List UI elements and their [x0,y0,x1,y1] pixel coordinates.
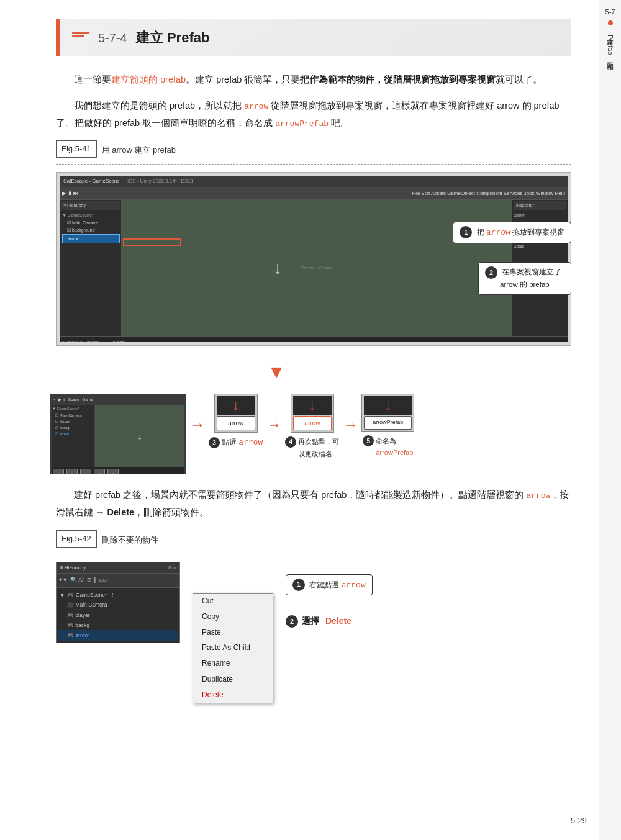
callout-num-2: 2 [485,266,497,279]
callout-num-42-2: 2 [286,615,298,628]
step5-label: arrowPrefab [373,419,403,425]
sidebar-dot [608,20,613,25]
code-arrow1: arrow [244,102,268,111]
figure-caption-text-41: 用 arrow 建立 prefab [102,143,176,157]
callout-fig42-2: 2 選擇 Delete [286,614,373,629]
context-menu-paste[interactable]: Paste [193,625,273,640]
callout-fig41-2: 2 在專案視窗建立了 arrow 的 prefab [478,262,571,294]
section-num: 5-7-4 [98,31,127,45]
code-arrowprefab: arrowPrefab [275,119,329,129]
context-menu-duplicate[interactable]: Duplicate [193,672,273,687]
context-menu-rename[interactable]: Rename [193,656,273,671]
fig41-screenshot-top: CatEscape - GameScene · iOS - Unity 2022… [56,172,571,346]
section-icon [72,32,89,44]
body-para2: 我們想建立的是箭頭的 prefab，所以就把 arrow 從階層視窗拖放到專案視… [56,97,571,132]
step5-caption-l2: arrowPrefab [363,447,413,459]
callout-fig42-1: 1 右鍵點選 arrow [286,574,373,595]
callout-num-1: 1 [460,226,472,238]
step3-caption: 點選 arrow [222,436,263,449]
section-title: 5-7-4 建立 Prefab [98,26,209,49]
fig42-hierarchy: ≡ Hierarchy ⊞ ≡ +▼ 🔍 All ⊞ ∥ ⊡⊡ ▼🎮 GameS… [56,562,180,643]
body-para3: 建好 prefab 之後，場景內就不需要箭頭物件了（因為只要有 prefab，隨… [56,487,571,521]
unity-menubar: CatEscape - GameScene · iOS - Unity 2022… [60,176,568,187]
callout-delete-text: Delete [325,614,351,629]
step4-label: arrow [304,420,320,427]
step4-caption-l2: 以更改檔名 [285,448,332,460]
callout-num-42-1: 1 [292,579,305,591]
highlight-delete: Delete [107,507,135,517]
context-menu: Cut Copy Paste Paste As Child Rename Dup… [193,593,273,703]
code-arrow2: arrow [526,491,550,500]
page-number-bottom: 5-29 [571,814,587,828]
unity-toolbar: ▶ ⏸ ⏭ File Edit Assets GameObject Compon… [60,187,568,200]
sidebar-page-num: 5-7 [605,6,615,18]
highlight-bold1: 把作為範本的物件，從階層視窗拖放到專案視窗 [300,75,496,84]
highlight-link: 建立箭頭的 prefab [111,75,186,84]
body-para1: 這一節要建立箭頭的 prefab。建立 prefab 很簡單，只要把作為範本的物… [56,71,571,89]
step3-label: arrow [228,420,243,427]
sidebar-vertical-text: 建立 Prefab 和工廠 [605,33,615,57]
figure-label-42: Fig.5-42 [56,530,97,548]
section-header: 5-7-4 建立 Prefab [56,19,571,56]
context-menu-paste-child[interactable]: Paste As Child [193,640,273,656]
context-menu-cut[interactable]: Cut [193,594,273,609]
step4-caption-l1: 再次點擊，可 [298,436,339,448]
section-name: 建立 Prefab [136,30,210,45]
right-sidebar: 5-7 建立 Prefab 和工廠 [599,0,621,840]
figure-caption-42: Fig.5-42 刪除不要的物件 [56,530,571,550]
step5-caption-l1: 命名為 [376,435,396,447]
code-arrow3: arrow [342,580,366,589]
callout-fig41-1: 1 把 arrow 拖放到專案視窗 [453,222,571,243]
figure-caption-text-42: 刪除不要的物件 [102,533,158,547]
figure-caption-41: Fig.5-41 用 arrow 建立 prefab [56,140,571,160]
figure-label-41: Fig.5-41 [56,140,97,158]
context-menu-copy[interactable]: Copy [193,609,273,625]
context-menu-delete[interactable]: Delete [193,687,273,703]
